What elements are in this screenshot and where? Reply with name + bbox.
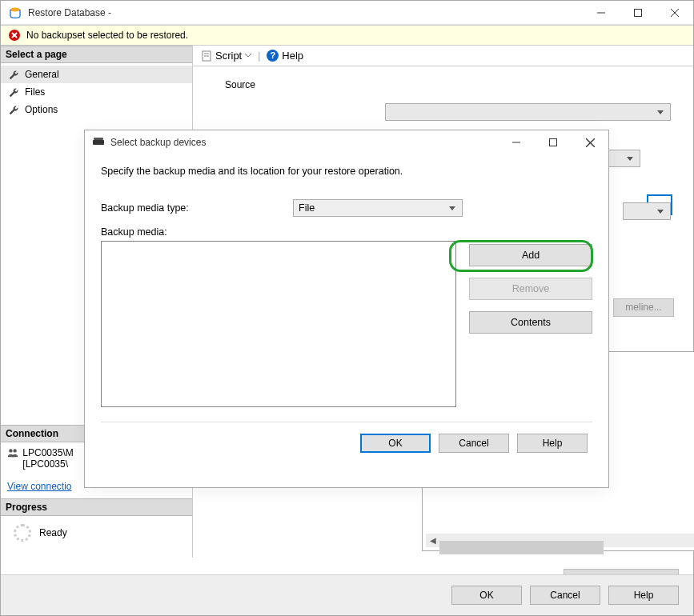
media-type-label: Backup media type: [101,202,293,214]
page-label: Options [25,104,58,115]
source-database-dropdown[interactable] [385,103,671,121]
media-label: Backup media: [101,226,293,238]
ok-button[interactable]: OK [451,586,522,605]
modal-cancel-button[interactable]: Cancel [439,434,509,453]
progress-status: Ready [1,516,192,558]
wrench-icon [7,68,20,81]
cancel-button[interactable]: Cancel [530,586,600,605]
select-page-header: Select a page [1,46,192,63]
help-button[interactable]: Help [608,586,679,605]
wrench-icon [7,86,20,98]
scroll-left[interactable]: ◀ [426,534,439,547]
page-item-general[interactable]: General [1,66,192,83]
notification-text: No backupset selected to be restored. [26,30,188,41]
notification-bar: No backupset selected to be restored. [1,25,693,46]
modal-close-button[interactable] [572,130,608,154]
remove-button: Remove [469,278,592,300]
backup-media-list[interactable] [101,241,456,407]
script-icon [201,50,212,62]
modal-maximize-button[interactable] [535,130,572,154]
main-titlebar: Restore Database - [1,1,693,25]
people-icon [7,447,20,461]
minimize-button[interactable] [583,1,620,25]
media-type-select[interactable]: File [293,199,463,217]
modal-instruction: Specify the backup media and its locatio… [101,166,592,177]
modal-ok-button[interactable]: OK [360,434,431,453]
maximize-button[interactable] [620,1,656,25]
toolbar: Script | ? Help [193,46,693,66]
database-icon [9,6,22,19]
connection-line2: [LPC0035\ [22,458,68,470]
modal-help-button[interactable]: Help [517,434,588,453]
timeline-button[interactable]: meline... [613,298,674,317]
progress-header: Progress [1,498,192,516]
spinner-icon [14,524,31,542]
device-icon [93,140,104,145]
script-button[interactable]: Script [201,50,251,62]
separator: | [258,50,260,62]
page-item-options[interactable]: Options [1,101,192,118]
svg-point-9 [13,449,16,452]
add-button[interactable]: Add [469,244,592,266]
scroll-thumb[interactable] [439,541,604,554]
modal-titlebar: Select backup devices [85,130,608,154]
modal-minimize-button[interactable] [498,130,535,154]
window-title: Restore Database - [28,7,583,18]
help-button[interactable]: ? Help [267,50,303,62]
help-icon: ? [267,50,279,62]
destination-dropdown[interactable] [623,202,671,220]
connection-line1: LPC0035\M [22,447,73,458]
horizontal-scrollbar[interactable]: ◀ ▶ [426,534,694,547]
svg-point-8 [9,449,12,452]
contents-button[interactable]: Contents [469,311,592,334]
wrench-icon [7,103,20,116]
page-item-files[interactable]: Files [1,83,192,101]
chevron-down-icon [245,54,251,58]
page-label: Files [25,86,45,98]
close-button[interactable] [656,1,693,25]
dialog-button-bar: OK Cancel Help [1,574,693,615]
source-label: Source [225,79,674,90]
svg-rect-2 [635,9,642,16]
page-label: General [25,69,59,80]
error-icon [7,28,22,42]
progress-text: Ready [39,527,67,538]
modal-title: Select backup devices [110,137,498,148]
select-backup-devices-dialog: Select backup devices Specify the backup… [84,130,609,488]
svg-point-0 [10,7,20,11]
divider [101,422,592,422]
svg-rect-14 [550,139,557,146]
